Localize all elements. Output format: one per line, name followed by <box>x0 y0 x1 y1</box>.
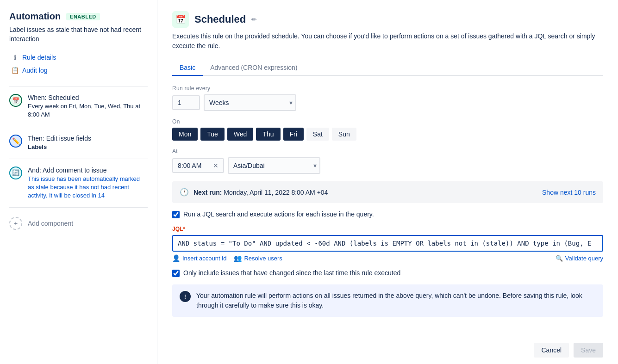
jql-checkbox[interactable] <box>172 211 180 218</box>
nav-rule-details-label: Rule details <box>22 54 56 61</box>
day-thu[interactable]: Thu <box>256 128 280 141</box>
run-rule-section: Run rule every Weeks Minutes Hours Days … <box>172 85 603 111</box>
frequency-select-wrapper: Weeks Minutes Hours Days Months ▾ <box>204 94 296 111</box>
changed-checkbox-label: Only include issues that have changed si… <box>183 269 400 277</box>
day-sat[interactable]: Sat <box>306 128 329 141</box>
search-icon: 🔍 <box>556 255 563 262</box>
warning-text: Your automation rule will perform action… <box>196 291 596 310</box>
run-rule-label: Run rule every <box>172 85 603 92</box>
day-mon[interactable]: Mon <box>172 128 198 141</box>
day-wed[interactable]: Wed <box>227 128 254 141</box>
info-icon: ℹ <box>11 54 19 61</box>
step-then[interactable]: ✏️ Then: Edit issue fields Labels <box>9 135 148 151</box>
divider <box>9 86 148 86</box>
nav-audit-log[interactable]: 📋 Audit log <box>9 64 148 77</box>
day-buttons: Mon Tue Wed Thu Fri Sat Sun <box>172 128 603 141</box>
main-title: Scheduled <box>194 13 246 25</box>
step-and-detail: This issue has been automatically marked… <box>28 175 148 200</box>
at-time-section: At ✕ Asia/Dubai UTC America/New_York Eur… <box>172 148 603 174</box>
time-input-wrapper: ✕ <box>172 158 224 173</box>
save-button[interactable]: Save <box>574 343 603 358</box>
insert-account-btn[interactable]: 👤 Insert account id <box>172 254 226 262</box>
tab-advanced[interactable]: Advanced (CRON expression) <box>203 60 305 76</box>
step-and[interactable]: 🔄 And: Add comment to issue This issue h… <box>9 167 148 200</box>
step-then-icon: ✏️ <box>9 135 22 148</box>
jql-checkbox-label: Run a JQL search and execute actions for… <box>183 210 374 218</box>
timezone-select[interactable]: Asia/Dubai UTC America/New_York Europe/L… <box>228 157 320 174</box>
jql-section: JQL* 👤 Insert account id 👥 Resolve users… <box>172 226 603 262</box>
step-when-detail: Every week on Fri, Mon, Tue, Wed, Thu at… <box>28 102 148 119</box>
main-content: 📅 Scheduled ✏ Executes this rule on the … <box>157 0 618 364</box>
footer: Cancel Save <box>157 336 618 364</box>
clock-icon: 🕐 <box>180 188 189 197</box>
step-when-content: When: Scheduled Every week on Fri, Mon, … <box>28 94 148 119</box>
divider4 <box>9 207 148 208</box>
time-row: ✕ Asia/Dubai UTC America/New_York Europe… <box>172 157 603 174</box>
day-fri[interactable]: Fri <box>283 128 304 141</box>
cancel-button[interactable]: Cancel <box>534 343 569 358</box>
run-rule-row: Weeks Minutes Hours Days Months ▾ <box>172 94 603 111</box>
app-title: Automation <box>9 11 61 22</box>
main-icon: 📅 <box>172 11 189 28</box>
show-next-runs[interactable]: Show next 10 runs <box>542 189 596 196</box>
on-label: On <box>172 118 603 125</box>
on-days-section: On Mon Tue Wed Thu Fri Sat Sun <box>172 118 603 141</box>
next-run-label: Next run: <box>194 189 222 196</box>
sidebar: Automation ENABLED Label issues as stale… <box>0 0 157 364</box>
resolve-users-btn[interactable]: 👥 Resolve users <box>234 254 282 262</box>
enabled-badge: ENABLED <box>66 13 100 20</box>
next-run-box: 🕐 Next run: Monday, April 11, 2022 8:00 … <box>172 181 603 203</box>
divider2 <box>9 127 148 127</box>
step-and-label: And: Add comment to issue <box>28 167 148 174</box>
tab-basic[interactable]: Basic <box>172 60 203 76</box>
users-icon: 👥 <box>234 254 242 262</box>
day-sun[interactable]: Sun <box>332 128 356 141</box>
next-run-value: Monday, April 11, 2022 8:00 AM +04 <box>224 189 328 196</box>
step-when[interactable]: 📅 When: Scheduled Every week on Fri, Mon… <box>9 94 148 119</box>
day-tue[interactable]: Tue <box>200 128 225 141</box>
add-component[interactable]: + Add component <box>9 215 148 232</box>
nav-audit-log-label: Audit log <box>22 67 47 74</box>
nav-rule-details[interactable]: ℹ Rule details <box>9 51 148 64</box>
jql-required: * <box>183 226 185 232</box>
divider3 <box>9 159 148 159</box>
step-then-detail: Labels <box>28 143 148 151</box>
next-run-left: 🕐 Next run: Monday, April 11, 2022 8:00 … <box>180 188 328 197</box>
step-and-icon: 🔄 <box>9 167 22 179</box>
changed-checkbox[interactable] <box>172 270 180 277</box>
clear-time-icon[interactable]: ✕ <box>213 162 218 169</box>
run-rule-number[interactable] <box>172 95 200 110</box>
step-and-content: And: Add comment to issue This issue has… <box>28 167 148 200</box>
sidebar-subtitle: Label issues as stale that have not had … <box>9 25 148 43</box>
jql-input[interactable] <box>172 235 603 252</box>
jql-checkbox-row: Run a JQL search and execute actions for… <box>172 210 603 218</box>
next-run-text: Next run: Monday, April 11, 2022 8:00 AM… <box>194 189 328 196</box>
changed-checkbox-row: Only include issues that have changed si… <box>172 269 603 277</box>
jql-actions: 👤 Insert account id 👥 Resolve users 🔍 Va… <box>172 254 603 262</box>
warning-icon: ! <box>180 291 191 302</box>
edit-icon[interactable]: ✏ <box>251 16 257 23</box>
step-then-label: Then: Edit issue fields <box>28 135 148 142</box>
timezone-select-wrapper: Asia/Dubai UTC America/New_York Europe/L… <box>228 157 320 174</box>
doc-icon: 📋 <box>11 67 19 74</box>
main-description: Executes this rule on the provided sched… <box>172 31 603 51</box>
warning-box: ! Your automation rule will perform acti… <box>172 284 603 317</box>
tabs: Basic Advanced (CRON expression) <box>172 60 603 76</box>
main-header: 📅 Scheduled ✏ <box>172 11 603 28</box>
validate-query-btn[interactable]: 🔍 Validate query <box>556 255 603 262</box>
add-component-label: Add component <box>28 220 73 227</box>
step-when-icon: 📅 <box>9 94 22 107</box>
frequency-select[interactable]: Weeks Minutes Hours Days Months <box>204 94 296 111</box>
account-icon: 👤 <box>172 254 180 262</box>
sidebar-nav: ℹ Rule details 📋 Audit log <box>9 51 148 77</box>
add-component-circle: + <box>9 217 22 230</box>
step-when-label: When: Scheduled <box>28 94 148 101</box>
at-label: At <box>172 148 603 154</box>
sidebar-header: Automation ENABLED <box>9 11 148 22</box>
time-field[interactable] <box>178 162 210 169</box>
jql-label: JQL* <box>172 226 603 232</box>
step-then-content: Then: Edit issue fields Labels <box>28 135 148 151</box>
